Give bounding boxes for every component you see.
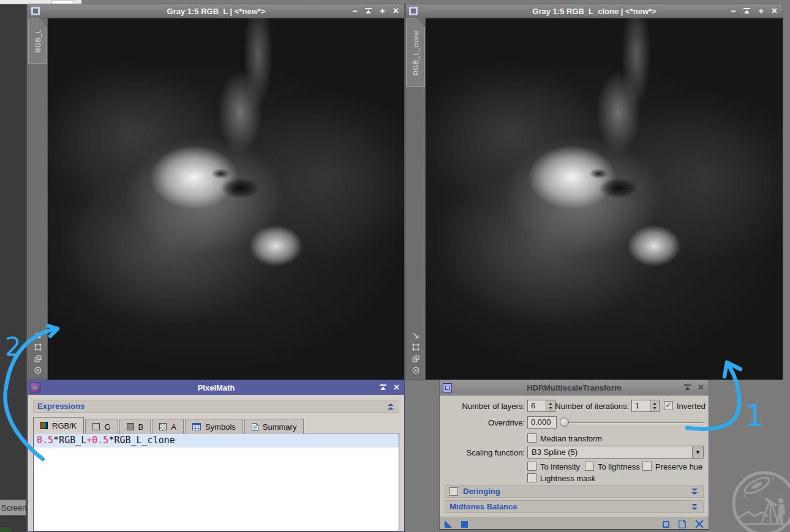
shade-button[interactable] bbox=[365, 8, 372, 14]
shade-button[interactable] bbox=[684, 384, 691, 391]
shade-icon bbox=[684, 384, 691, 391]
shade-button[interactable] bbox=[743, 8, 750, 14]
image-canvas-rgb-l-clone[interactable] bbox=[426, 18, 783, 380]
window-title: Gray 1:5 RGB_L | <*new*> bbox=[28, 7, 404, 16]
to-lightness-checkbox[interactable] bbox=[585, 462, 594, 471]
hdr-titlebar[interactable]: HDRMultiscaleTransform × bbox=[440, 380, 709, 395]
window-title: Gray 1:5 RGB_L_clone | <*new*> bbox=[406, 7, 783, 16]
deringing-label: Deringing bbox=[463, 487, 500, 496]
expression-token: RGB_L bbox=[59, 435, 86, 446]
hdrmultiscaletransform-dialog: HDRMultiscaleTransform × Number of layer… bbox=[439, 380, 709, 530]
dark-swatch-icon bbox=[127, 423, 134, 430]
close-button[interactable]: × bbox=[698, 383, 704, 392]
selection-arrow-icon[interactable] bbox=[34, 331, 42, 340]
layers-label: Number of layers: bbox=[445, 402, 525, 411]
deringing-section[interactable]: Deringing bbox=[445, 485, 704, 498]
overdrive-slider-handle[interactable] bbox=[560, 418, 569, 427]
expand-section-icon[interactable] bbox=[690, 488, 699, 495]
observer-icon bbox=[739, 498, 790, 524]
process-toolbar bbox=[440, 517, 709, 530]
reset-icon[interactable] bbox=[695, 520, 704, 528]
tab-a[interactable]: A bbox=[152, 419, 184, 434]
selection-arrow-icon[interactable] bbox=[412, 331, 420, 340]
shade-icon bbox=[743, 8, 750, 14]
shade-icon bbox=[380, 384, 386, 391]
overdrive-input[interactable]: 0.000 bbox=[527, 416, 557, 429]
close-button[interactable]: × bbox=[772, 7, 777, 15]
resize-handles-icon[interactable] bbox=[412, 343, 420, 351]
bullseye-icon[interactable] bbox=[412, 366, 420, 375]
overdrive-slider-track[interactable] bbox=[566, 422, 704, 424]
expression-token: RGB_L_clone bbox=[114, 435, 175, 446]
expand-section-icon[interactable] bbox=[690, 503, 699, 511]
window-titlebar[interactable]: Gray 1:5 RGB_L | <*new*> − + × bbox=[28, 4, 404, 18]
scaling-function-value: B3 Spline (5) bbox=[528, 448, 692, 457]
window-titlebar[interactable]: Gray 1:5 RGB_L_clone | <*new*> − + × bbox=[406, 4, 783, 18]
image-canvas-rgb-l[interactable] bbox=[48, 18, 404, 380]
tab-rgbk[interactable]: RGB/K bbox=[33, 417, 84, 434]
pixinsight-workspace: Screen Gray 1:5 RGB_L | <*new*> − + × RG… bbox=[0, 0, 790, 532]
expression-line[interactable]: 0.5*RGB_L+0.5*RGB_L_clone bbox=[34, 433, 399, 448]
close-button[interactable]: × bbox=[393, 7, 399, 15]
maximize-button[interactable]: + bbox=[380, 7, 385, 15]
annotation-label-1: 1 bbox=[745, 398, 764, 433]
pixelmath-dialog: ∞ PixelMath × Expressions bbox=[28, 380, 405, 532]
hdr-process-icon bbox=[443, 383, 452, 392]
spin-down-icon[interactable]: ▼ bbox=[653, 406, 657, 411]
maximize-button[interactable]: + bbox=[758, 7, 763, 15]
resize-handles-icon[interactable] bbox=[34, 343, 42, 351]
preserve-hue-checkbox[interactable] bbox=[642, 462, 652, 471]
inverted-checkbox[interactable] bbox=[664, 401, 673, 410]
collapse-section-icon[interactable] bbox=[386, 403, 395, 410]
view-tab-rgb-l-clone[interactable]: RGB_L_clone bbox=[406, 18, 425, 87]
expression-editor[interactable]: 0.5*RGB_L+0.5*RGB_L_clone bbox=[33, 433, 399, 531]
screen-panel-label: Screen bbox=[0, 503, 26, 512]
to-lightness-label: To lightness bbox=[598, 462, 640, 471]
browse-documentation-icon[interactable] bbox=[679, 520, 686, 528]
pixelmath-titlebar[interactable]: ∞ PixelMath × bbox=[28, 380, 404, 395]
spin-up-icon[interactable]: ▲ bbox=[653, 401, 657, 406]
duplicate-view-icon[interactable] bbox=[412, 354, 420, 363]
expression-token: + bbox=[86, 435, 92, 446]
shade-button[interactable] bbox=[380, 384, 386, 391]
deringing-checkbox[interactable] bbox=[450, 487, 458, 496]
expression-tabs: RGB/K G B A bbox=[33, 417, 399, 434]
new-instance-icon[interactable] bbox=[445, 520, 452, 528]
window-icon[interactable] bbox=[31, 7, 40, 15]
realtime-preview-icon[interactable] bbox=[663, 521, 669, 528]
view-tab-rgb-l[interactable]: RGB_L bbox=[28, 18, 47, 64]
close-button[interactable]: × bbox=[394, 383, 399, 392]
expression-token: * bbox=[53, 435, 59, 446]
gray-swatch-icon bbox=[92, 423, 100, 430]
image-window-rgb-l: Gray 1:5 RGB_L | <*new*> − + × RGB_L bbox=[28, 4, 405, 380]
lightness-mask-label: Lightness mask bbox=[540, 474, 595, 483]
midtones-balance-section[interactable]: Midtones Balance bbox=[445, 500, 704, 513]
apply-icon[interactable] bbox=[461, 521, 468, 528]
tab-summary[interactable]: Summary bbox=[244, 419, 304, 434]
screen-panel-fragment[interactable]: Screen bbox=[0, 500, 26, 515]
iterations-input[interactable]: 1 bbox=[631, 400, 650, 412]
iterations-spinner[interactable]: ▲▼ bbox=[650, 400, 660, 412]
bullseye-icon[interactable] bbox=[34, 366, 42, 375]
image-window-rgb-l-clone: Gray 1:5 RGB_L_clone | <*new*> − + × RGB… bbox=[405, 4, 783, 380]
scaling-function-select[interactable]: B3 Spline (5) ▼ bbox=[527, 446, 704, 459]
midtones-balance-label: Midtones Balance bbox=[450, 502, 517, 511]
duplicate-view-icon[interactable] bbox=[34, 354, 42, 363]
minimize-button[interactable]: − bbox=[352, 7, 357, 15]
to-intensity-checkbox[interactable] bbox=[527, 462, 536, 471]
iterations-label: Number of iterations: bbox=[538, 402, 629, 411]
median-transform-checkbox[interactable] bbox=[527, 433, 536, 443]
minimize-button[interactable]: − bbox=[731, 7, 735, 15]
view-selector-strip: RGB_L bbox=[28, 18, 48, 380]
tab-symbols[interactable]: Symbols bbox=[185, 419, 243, 434]
pixinsight-logo bbox=[730, 469, 790, 532]
expressions-section-header[interactable]: Expressions bbox=[33, 400, 399, 413]
lightness-mask-checkbox[interactable] bbox=[527, 473, 536, 482]
tab-g[interactable]: G bbox=[85, 419, 118, 434]
overdrive-label: Overdrive: bbox=[445, 418, 525, 427]
scaling-function-label: Scaling function: bbox=[445, 448, 525, 457]
combo-arrow-icon[interactable]: ▼ bbox=[692, 446, 703, 458]
tab-b[interactable]: B bbox=[119, 419, 151, 434]
window-icon[interactable] bbox=[409, 7, 418, 15]
expression-token: 0.5 bbox=[92, 435, 108, 446]
